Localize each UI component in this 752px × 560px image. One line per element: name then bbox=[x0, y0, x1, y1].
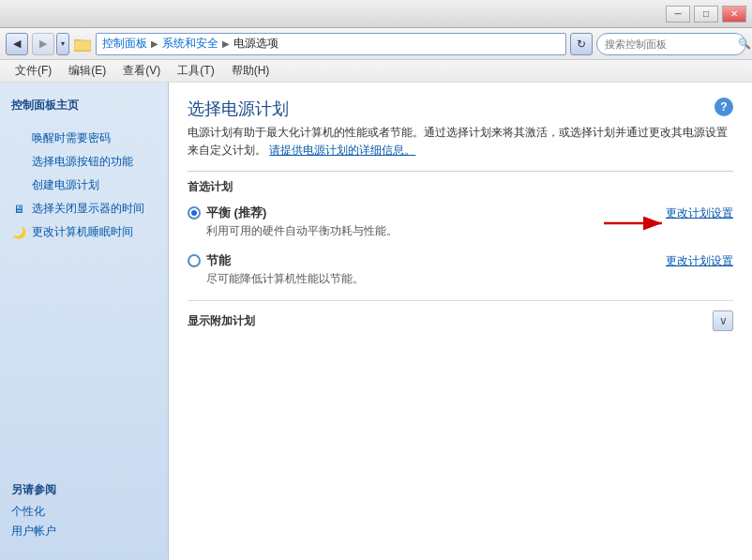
menu-file[interactable]: 文件(F) bbox=[8, 61, 59, 81]
search-input[interactable] bbox=[605, 38, 734, 50]
plan-radio-balanced[interactable] bbox=[188, 206, 201, 219]
plan-header-powersave: 节能 更改计划设置 bbox=[188, 252, 733, 269]
forward-button[interactable]: ▶ bbox=[32, 33, 54, 55]
red-arrow bbox=[604, 212, 669, 237]
plan-radio-powersave[interactable] bbox=[188, 254, 201, 267]
plan-label-powersave[interactable]: 节能 bbox=[188, 252, 231, 269]
menu-view[interactable]: 查看(V) bbox=[115, 61, 168, 81]
sleep-icon: 🌙 bbox=[11, 225, 26, 240]
sidebar-item-power-button[interactable]: 选择电源按钮的功能 bbox=[0, 150, 168, 174]
plan-change-link-balanced[interactable]: 更改计划设置 bbox=[666, 205, 733, 221]
show-more-button[interactable]: ∨ bbox=[713, 310, 733, 331]
maximize-button[interactable]: □ bbox=[694, 6, 718, 23]
sidebar-spacer bbox=[0, 119, 168, 127]
wakeup-icon bbox=[11, 131, 26, 146]
sidebar-home-link[interactable]: 控制面板主页 bbox=[0, 92, 168, 119]
sidebar-item-display-off[interactable]: 🖥 选择关闭显示器的时间 bbox=[0, 197, 168, 220]
plan-item-powersave: 节能 更改计划设置 尽可能降低计算机性能以节能。 bbox=[188, 252, 733, 287]
sidebar-item-wakeup[interactable]: 唤醒时需要密码 bbox=[0, 127, 168, 150]
content-description: 电源计划有助于最大化计算机的性能或者节能。通过选择计划来将其激活，或选择计划并通… bbox=[188, 124, 733, 159]
search-icon: 🔍 bbox=[738, 38, 751, 50]
main-layout: 控制面板主页 唤醒时需要密码 选择电源按钮的功能 创建电源计划 🖥 选择关闭显示… bbox=[0, 83, 752, 560]
section-divider bbox=[188, 171, 733, 172]
path-part1[interactable]: 控制面板 bbox=[102, 36, 147, 52]
nav-dropdown-button[interactable]: ▾ bbox=[56, 33, 69, 55]
address-path[interactable]: 控制面板 ▶ 系统和安全 ▶ 电源选项 bbox=[96, 33, 566, 55]
section-subtitle: 首选计划 bbox=[188, 179, 733, 195]
path-sep2: ▶ bbox=[222, 38, 230, 49]
sidebar: 控制面板主页 唤醒时需要密码 选择电源按钮的功能 创建电源计划 🖥 选择关闭显示… bbox=[0, 83, 169, 560]
sidebar-also-section: 另请参阅 个性化 用户帐户 bbox=[0, 473, 168, 551]
menu-help[interactable]: 帮助(H) bbox=[224, 61, 278, 81]
path-part3: 电源选项 bbox=[233, 36, 278, 52]
refresh-button[interactable]: ↻ bbox=[570, 33, 593, 55]
menu-edit[interactable]: 编辑(E) bbox=[61, 61, 113, 81]
page-title: 选择电源计划 bbox=[188, 98, 289, 120]
content-desc-link[interactable]: 请提供电源计划的详细信息。 bbox=[269, 144, 415, 157]
path-sep1: ▶ bbox=[151, 38, 158, 49]
minimize-button[interactable]: ─ bbox=[666, 6, 690, 23]
search-box: 🔍 bbox=[596, 33, 746, 55]
power-button-icon bbox=[11, 155, 26, 170]
close-button[interactable]: ✕ bbox=[722, 6, 746, 23]
window-controls: ─ □ ✕ bbox=[666, 6, 746, 23]
sidebar-also-title: 另请参阅 bbox=[11, 482, 157, 498]
sidebar-also-user-accounts[interactable]: 用户帐户 bbox=[11, 522, 157, 541]
back-button[interactable]: ◀ bbox=[6, 33, 28, 55]
content-area: 选择电源计划 ? 电源计划有助于最大化计算机的性能或者节能。通过选择计划来将其激… bbox=[169, 83, 752, 560]
show-more-row: 显示附加计划 ∨ bbox=[188, 300, 733, 331]
plan-desc-powersave: 尽可能降低计算机性能以节能。 bbox=[206, 271, 733, 287]
address-bar: ◀ ▶ ▾ 控制面板 ▶ 系统和安全 ▶ 电源选项 ↻ 🔍 bbox=[0, 28, 752, 60]
show-more-text: 显示附加计划 bbox=[188, 313, 255, 329]
plan-name-powersave: 节能 bbox=[206, 252, 231, 269]
plan-item-balanced: 平衡 (推荐) 更改计划设置 利用可用的硬件自动平衡功耗与性能。 bbox=[188, 204, 733, 239]
sidebar-item-sleep-time[interactable]: 🌙 更改计算机睡眠时间 bbox=[0, 220, 168, 244]
title-bar: ─ □ ✕ bbox=[0, 0, 752, 28]
svg-rect-2 bbox=[74, 40, 91, 51]
content-header: 选择电源计划 ? bbox=[188, 98, 733, 120]
menu-bar: 文件(F) 编辑(E) 查看(V) 工具(T) 帮助(H) bbox=[0, 60, 752, 83]
help-button[interactable]: ? bbox=[714, 98, 733, 116]
sidebar-item-create-plan[interactable]: 创建电源计划 bbox=[0, 174, 168, 197]
plan-name-balanced: 平衡 (推荐) bbox=[206, 204, 266, 221]
create-plan-icon bbox=[11, 178, 26, 193]
plan-change-link-powersave[interactable]: 更改计划设置 bbox=[666, 253, 733, 269]
plan-label-balanced[interactable]: 平衡 (推荐) bbox=[188, 204, 266, 221]
path-part2[interactable]: 系统和安全 bbox=[162, 36, 218, 52]
display-icon: 🖥 bbox=[11, 202, 26, 217]
folder-icon bbox=[73, 35, 92, 53]
menu-tools[interactable]: 工具(T) bbox=[170, 61, 221, 81]
sidebar-also-personalization[interactable]: 个性化 bbox=[11, 502, 157, 522]
